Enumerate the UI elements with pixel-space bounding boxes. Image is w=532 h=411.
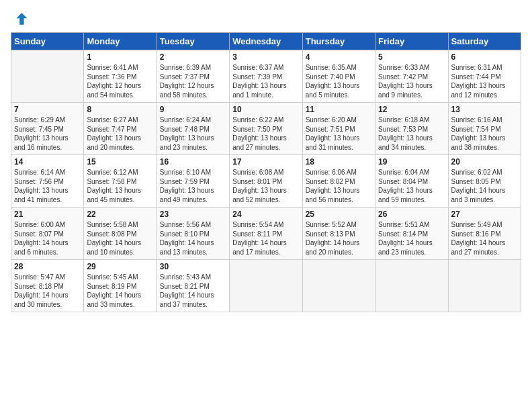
day-info: Sunrise: 5:51 AM Sunset: 8:14 PM Dayligh… (378, 220, 445, 257)
calendar-cell (375, 260, 448, 312)
day-number: 5 (378, 52, 445, 62)
calendar-cell: 10Sunrise: 6:22 AM Sunset: 7:50 PM Dayli… (230, 103, 302, 155)
day-info: Sunrise: 6:02 AM Sunset: 8:05 PM Dayligh… (451, 168, 518, 204)
calendar-header-monday: Monday (84, 33, 157, 50)
calendar-cell: 25Sunrise: 5:52 AM Sunset: 8:13 PM Dayli… (302, 208, 375, 260)
day-info: Sunrise: 6:33 AM Sunset: 7:42 PM Dayligh… (378, 63, 445, 99)
calendar-header-thursday: Thursday (302, 33, 375, 50)
calendar-header-wednesday: Wednesday (230, 33, 302, 50)
calendar-cell: 21Sunrise: 6:00 AM Sunset: 8:07 PM Dayli… (11, 208, 84, 260)
calendar-cell: 4Sunrise: 6:35 AM Sunset: 7:40 PM Daylig… (302, 50, 375, 103)
day-number: 16 (160, 157, 226, 167)
day-number: 30 (160, 262, 226, 271)
day-number: 8 (87, 105, 153, 114)
day-number: 26 (378, 210, 445, 219)
day-info: Sunrise: 5:54 AM Sunset: 8:11 PM Dayligh… (232, 220, 299, 257)
calendar-cell: 20Sunrise: 6:02 AM Sunset: 8:05 PM Dayli… (448, 155, 521, 208)
day-number: 2 (160, 52, 226, 62)
day-number: 22 (87, 210, 153, 219)
day-number: 27 (451, 210, 518, 219)
day-info: Sunrise: 6:24 AM Sunset: 7:48 PM Dayligh… (160, 116, 226, 152)
day-number: 23 (160, 210, 226, 219)
calendar-table: SundayMondayTuesdayWednesdayThursdayFrid… (11, 32, 521, 312)
calendar-week-5: 28Sunrise: 5:47 AM Sunset: 8:18 PM Dayli… (11, 260, 521, 312)
calendar-cell: 28Sunrise: 5:47 AM Sunset: 8:18 PM Dayli… (11, 260, 84, 312)
day-number: 12 (378, 105, 445, 114)
calendar-cell: 5Sunrise: 6:33 AM Sunset: 7:42 PM Daylig… (375, 50, 448, 103)
calendar-cell: 3Sunrise: 6:37 AM Sunset: 7:39 PM Daylig… (230, 50, 302, 103)
day-info: Sunrise: 6:14 AM Sunset: 7:56 PM Dayligh… (14, 168, 81, 204)
calendar-cell: 29Sunrise: 5:45 AM Sunset: 8:19 PM Dayli… (84, 260, 157, 312)
day-info: Sunrise: 6:29 AM Sunset: 7:45 PM Dayligh… (14, 116, 81, 152)
calendar-week-1: 1Sunrise: 6:41 AM Sunset: 7:36 PM Daylig… (11, 50, 521, 103)
day-number: 24 (232, 210, 299, 219)
calendar-header-sunday: Sunday (11, 33, 84, 50)
calendar-cell: 2Sunrise: 6:39 AM Sunset: 7:37 PM Daylig… (157, 50, 229, 103)
calendar-cell (230, 260, 302, 312)
calendar-cell: 19Sunrise: 6:04 AM Sunset: 8:04 PM Dayli… (375, 155, 448, 208)
calendar-cell: 8Sunrise: 6:27 AM Sunset: 7:47 PM Daylig… (84, 103, 157, 155)
day-info: Sunrise: 6:37 AM Sunset: 7:39 PM Dayligh… (232, 63, 299, 99)
day-number: 9 (160, 105, 226, 114)
main-container: SundayMondayTuesdayWednesdayThursdayFrid… (0, 0, 532, 318)
day-number: 15 (87, 157, 153, 167)
day-info: Sunrise: 6:35 AM Sunset: 7:40 PM Dayligh… (306, 63, 372, 99)
day-info: Sunrise: 6:27 AM Sunset: 7:47 PM Dayligh… (87, 116, 153, 152)
day-info: Sunrise: 6:04 AM Sunset: 8:04 PM Dayligh… (378, 168, 445, 204)
day-info: Sunrise: 5:56 AM Sunset: 8:10 PM Dayligh… (160, 220, 226, 257)
calendar-week-4: 21Sunrise: 6:00 AM Sunset: 8:07 PM Dayli… (11, 208, 521, 260)
calendar-cell: 27Sunrise: 5:49 AM Sunset: 8:16 PM Dayli… (448, 208, 521, 260)
day-number: 28 (14, 262, 81, 271)
day-number: 17 (232, 157, 299, 167)
calendar-cell: 16Sunrise: 6:10 AM Sunset: 7:59 PM Dayli… (157, 155, 229, 208)
calendar-cell: 6Sunrise: 6:31 AM Sunset: 7:44 PM Daylig… (448, 50, 521, 103)
calendar-cell (448, 260, 521, 312)
day-info: Sunrise: 6:39 AM Sunset: 7:37 PM Dayligh… (160, 63, 226, 99)
day-info: Sunrise: 6:16 AM Sunset: 7:54 PM Dayligh… (451, 116, 518, 152)
header (11, 11, 521, 27)
calendar-header-friday: Friday (375, 33, 448, 50)
day-info: Sunrise: 6:12 AM Sunset: 7:58 PM Dayligh… (87, 168, 153, 204)
day-number: 6 (451, 52, 518, 62)
day-info: Sunrise: 6:10 AM Sunset: 7:59 PM Dayligh… (160, 168, 226, 204)
calendar-cell: 18Sunrise: 6:06 AM Sunset: 8:02 PM Dayli… (302, 155, 375, 208)
day-number: 29 (87, 262, 153, 271)
day-info: Sunrise: 5:43 AM Sunset: 8:21 PM Dayligh… (160, 273, 226, 309)
calendar-header-row: SundayMondayTuesdayWednesdayThursdayFrid… (11, 33, 521, 50)
calendar-cell: 7Sunrise: 6:29 AM Sunset: 7:45 PM Daylig… (11, 103, 84, 155)
calendar-header-tuesday: Tuesday (157, 33, 229, 50)
day-number: 10 (232, 105, 299, 114)
logo (11, 11, 28, 27)
day-info: Sunrise: 6:18 AM Sunset: 7:53 PM Dayligh… (378, 116, 445, 152)
calendar-cell: 12Sunrise: 6:18 AM Sunset: 7:53 PM Dayli… (375, 103, 448, 155)
calendar-cell: 17Sunrise: 6:08 AM Sunset: 8:01 PM Dayli… (230, 155, 302, 208)
day-number: 25 (306, 210, 372, 219)
calendar-cell: 9Sunrise: 6:24 AM Sunset: 7:48 PM Daylig… (157, 103, 229, 155)
calendar-header-saturday: Saturday (448, 33, 521, 50)
day-number: 7 (14, 105, 81, 114)
calendar-cell: 1Sunrise: 6:41 AM Sunset: 7:36 PM Daylig… (84, 50, 157, 103)
day-info: Sunrise: 6:06 AM Sunset: 8:02 PM Dayligh… (306, 168, 372, 204)
day-info: Sunrise: 5:49 AM Sunset: 8:16 PM Dayligh… (451, 220, 518, 257)
day-info: Sunrise: 5:58 AM Sunset: 8:08 PM Dayligh… (87, 220, 153, 257)
day-number: 19 (378, 157, 445, 167)
day-number: 4 (306, 52, 372, 62)
logo-icon (12, 11, 28, 27)
day-number: 3 (232, 52, 299, 62)
calendar-cell: 11Sunrise: 6:20 AM Sunset: 7:51 PM Dayli… (302, 103, 375, 155)
day-info: Sunrise: 6:41 AM Sunset: 7:36 PM Dayligh… (87, 63, 153, 99)
day-info: Sunrise: 6:20 AM Sunset: 7:51 PM Dayligh… (306, 116, 372, 152)
calendar-cell: 24Sunrise: 5:54 AM Sunset: 8:11 PM Dayli… (230, 208, 302, 260)
calendar-cell: 23Sunrise: 5:56 AM Sunset: 8:10 PM Dayli… (157, 208, 229, 260)
calendar-cell: 15Sunrise: 6:12 AM Sunset: 7:58 PM Dayli… (84, 155, 157, 208)
day-info: Sunrise: 6:31 AM Sunset: 7:44 PM Dayligh… (451, 63, 518, 99)
day-info: Sunrise: 5:52 AM Sunset: 8:13 PM Dayligh… (306, 220, 372, 257)
calendar-cell (11, 50, 84, 103)
calendar-cell: 13Sunrise: 6:16 AM Sunset: 7:54 PM Dayli… (448, 103, 521, 155)
day-number: 14 (14, 157, 81, 167)
day-info: Sunrise: 6:08 AM Sunset: 8:01 PM Dayligh… (232, 168, 299, 204)
calendar-cell: 30Sunrise: 5:43 AM Sunset: 8:21 PM Dayli… (157, 260, 229, 312)
calendar-cell: 26Sunrise: 5:51 AM Sunset: 8:14 PM Dayli… (375, 208, 448, 260)
calendar-cell (302, 260, 375, 312)
day-info: Sunrise: 5:47 AM Sunset: 8:18 PM Dayligh… (14, 273, 81, 309)
